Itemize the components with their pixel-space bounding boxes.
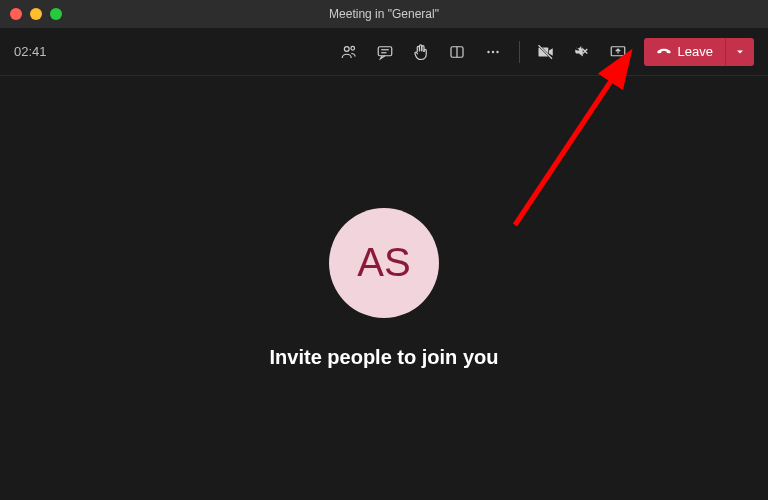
window-title: Meeting in "General": [329, 7, 439, 21]
chevron-down-icon: [734, 46, 746, 58]
leave-button[interactable]: Leave: [644, 38, 725, 66]
leave-label: Leave: [678, 44, 713, 59]
leave-button-group: Leave: [644, 38, 754, 66]
camera-off-icon[interactable]: [530, 36, 562, 68]
svg-rect-2: [378, 46, 392, 55]
avatar: AS: [329, 208, 439, 318]
toolbar-controls: Leave: [333, 36, 754, 68]
minimize-window-button[interactable]: [30, 8, 42, 20]
svg-point-7: [487, 50, 489, 52]
maximize-window-button[interactable]: [50, 8, 62, 20]
more-actions-icon[interactable]: [477, 36, 509, 68]
invite-prompt: Invite people to join you: [270, 346, 499, 369]
call-timer: 02:41: [14, 44, 47, 59]
svg-point-8: [491, 50, 493, 52]
mic-off-icon[interactable]: [566, 36, 598, 68]
leave-dropdown-button[interactable]: [725, 38, 754, 66]
titlebar: Meeting in "General": [0, 0, 768, 28]
svg-point-1: [351, 46, 355, 50]
raise-hand-icon[interactable]: [405, 36, 437, 68]
close-window-button[interactable]: [10, 8, 22, 20]
meeting-stage: AS Invite people to join you: [0, 76, 768, 500]
share-screen-icon[interactable]: [602, 36, 634, 68]
hangup-icon: [656, 44, 672, 60]
svg-point-9: [496, 50, 498, 52]
participants-icon[interactable]: [333, 36, 365, 68]
window-controls: [10, 8, 62, 20]
toolbar-separator: [519, 41, 520, 63]
avatar-initials: AS: [357, 240, 410, 285]
meeting-toolbar: 02:41: [0, 28, 768, 76]
rooms-icon[interactable]: [441, 36, 473, 68]
svg-point-0: [344, 46, 349, 51]
chat-icon[interactable]: [369, 36, 401, 68]
